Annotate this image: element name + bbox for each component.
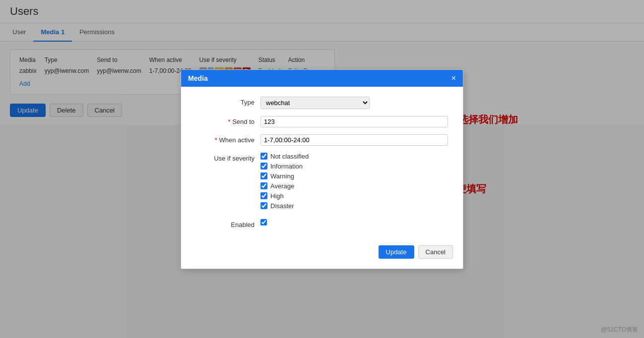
when-active-input[interactable] [260,134,448,146]
enabled-checkbox[interactable] [260,219,267,225]
label-high: High [270,192,284,200]
checkbox-high[interactable] [260,192,267,199]
severity-high: High [260,192,448,200]
enabled-control [260,219,448,227]
label-not-classified: Not classified [270,153,309,160]
modal-cancel-button[interactable]: Cancel [418,245,453,259]
severity-control: Not classified Information Warning [260,153,448,212]
severity-average: Average [260,182,448,190]
modal-header: Media × [181,70,463,87]
severity-label: Use if severity [196,153,260,162]
sendto-control [260,116,448,127]
label-disaster: Disaster [270,202,294,210]
checkbox-warning[interactable] [260,172,267,179]
enabled-label: Enabled [196,219,260,228]
modal-footer: Update Cancel [181,240,463,259]
checkbox-information[interactable] [260,163,267,169]
severity-not-classified: Not classified [260,153,448,160]
severity-information: Information [260,163,448,170]
modal-type-row: Type webchat Email SMS Jabber [196,97,448,109]
checkbox-disaster[interactable] [260,202,267,209]
severity-disaster: Disaster [260,202,448,210]
modal-severity-row: Use if severity Not classified Informati… [196,153,448,212]
label-warning: Warning [270,172,294,180]
when-active-label: * When active [196,134,260,144]
modal-overlay: Media × Type webchat Email SMS Jabber [0,0,644,338]
modal-update-button[interactable]: Update [379,245,414,259]
sendto-input[interactable] [260,116,448,127]
severity-warning: Warning [260,172,448,180]
modal-sendto-row: * Send to [196,116,448,127]
sendto-label: * Send to [196,116,260,125]
label-average: Average [270,182,294,190]
modal-body: Type webchat Email SMS Jabber * Send to [181,87,463,240]
label-information: Information [270,163,303,170]
modal-when-active-row: * When active [196,134,448,146]
checkbox-not-classified[interactable] [260,153,267,160]
type-control: webchat Email SMS Jabber [260,97,448,109]
checkbox-average[interactable] [260,182,267,189]
type-label: Type [196,97,260,106]
modal-title: Media [188,74,208,82]
when-active-control [260,134,448,146]
type-select[interactable]: webchat Email SMS Jabber [260,97,370,109]
modal-close-button[interactable]: × [451,74,456,83]
media-modal: Media × Type webchat Email SMS Jabber [181,69,463,269]
modal-enabled-row: Enabled [196,219,448,228]
